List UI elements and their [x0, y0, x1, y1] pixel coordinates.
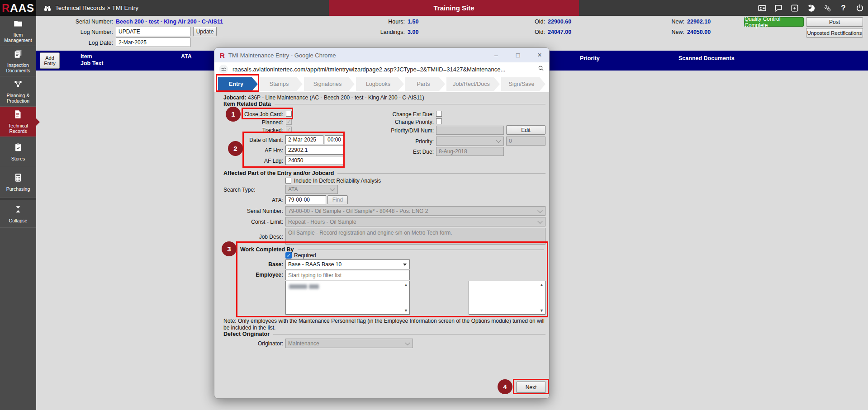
- column-header-item: Item: [81, 53, 92, 60]
- raas-favicon: R: [220, 52, 225, 59]
- collapse-icon: [13, 204, 23, 216]
- serial-number-value[interactable]: Beech 200 - test - King Air 200 - C-AIS1…: [116, 19, 223, 25]
- sidebar-item-item-management[interactable]: Item Management: [0, 16, 36, 46]
- include-defect-reliability-label: Include In Defect Reliability Analysis: [294, 178, 381, 184]
- hours-value: 1.50: [408, 19, 418, 25]
- annotation-box-next-button: [513, 379, 549, 394]
- sidebar-item-stores[interactable]: Stores: [0, 137, 36, 167]
- add-window-icon[interactable]: [790, 3, 799, 13]
- update-button[interactable]: Update: [193, 27, 217, 36]
- sidebar-item-technical-records[interactable]: Technical Records: [0, 107, 36, 137]
- tab-logbooks[interactable]: Logbooks: [356, 77, 404, 91]
- log-date-input[interactable]: [116, 38, 190, 47]
- log-date-label: Log Date:: [27, 40, 113, 46]
- environment-banner: Training Site: [329, 0, 579, 16]
- tab-signatories[interactable]: Signatories: [304, 77, 355, 91]
- priority-count-field: 0: [506, 137, 545, 146]
- sidebar-item-purchasing[interactable]: Purchasing: [0, 167, 36, 198]
- column-header-priority: Priority: [580, 55, 600, 61]
- landings-label: Landings:: [360, 29, 405, 35]
- section-defect-originator: Defect Originator: [223, 331, 545, 337]
- dialog-title: TMI Maintenance Entry - Google Chrome: [228, 52, 336, 59]
- power-icon[interactable]: [855, 3, 864, 13]
- url-text[interactable]: raasais.aviationintertec.com/app/tmi/tmi…: [232, 66, 524, 73]
- annotation-circle-4: 4: [498, 379, 512, 394]
- post-button[interactable]: Post: [806, 17, 863, 27]
- search-type-label: Search Type:: [223, 187, 256, 193]
- change-est-due-checkbox[interactable]: [436, 111, 442, 117]
- add-entry-button[interactable]: AddEntry: [40, 52, 60, 69]
- annotation-circle-1: 1: [226, 107, 241, 122]
- old-hours-label: Old:: [516, 19, 545, 25]
- old-landings-value: 24047.00: [548, 29, 571, 35]
- network-icon: [13, 79, 23, 91]
- tab-stamps[interactable]: Stamps: [259, 77, 303, 91]
- include-defect-reliability-checkbox[interactable]: [285, 178, 291, 184]
- priority-dmi-num-input: [436, 126, 504, 135]
- new-hours-label: New:: [655, 19, 684, 25]
- annotation-box-maint-values: [242, 132, 345, 168]
- pie-chart-icon[interactable]: [806, 3, 816, 13]
- file-signature-icon: [13, 109, 23, 121]
- landings-value: 3.00: [408, 29, 418, 35]
- planned-checkbox: ✓: [286, 119, 292, 125]
- find-button[interactable]: Find: [327, 195, 348, 204]
- help-icon[interactable]: ?: [839, 3, 848, 13]
- unposted-rectifications-button[interactable]: Unposted Rectifications: [806, 28, 863, 38]
- annotation-box-entry-tab: [216, 74, 259, 92]
- affected-serial-number-select: 79-00-00 - Oil Sample - Oil Sample* - 80…: [285, 206, 545, 216]
- annotation-circle-2: 2: [228, 141, 243, 156]
- change-est-due-label: Change Est Due:: [359, 111, 434, 118]
- section-item-related-data: Item Related Data: [223, 101, 545, 107]
- section-affected-part: Affected Part of the Entry and/or Jobcar…: [223, 170, 545, 176]
- wizard-tabs: Entry Stamps Signatories Logbooks Parts …: [214, 76, 549, 92]
- tab-sign-save[interactable]: Sign/Save: [501, 77, 545, 91]
- priority-select: [436, 137, 504, 146]
- settings-gears-icon[interactable]: [822, 3, 832, 13]
- jobcard-line: Jobcard: 436P - Line Maintenance (AC - B…: [223, 94, 424, 101]
- column-header-scanned-documents: Scanned Documents: [678, 55, 735, 61]
- sidebar: Item Management Inspection Documents Pla…: [0, 16, 36, 410]
- search-icon[interactable]: [537, 65, 545, 74]
- est-due-label: Est Due:: [359, 149, 434, 155]
- originator-label: Originator:: [219, 340, 283, 347]
- application-window: RAAS Technical Records > TMI Entry Train…: [0, 0, 868, 410]
- dialog-title-bar[interactable]: R TMI Maintenance Entry - Google Chrome …: [214, 48, 549, 62]
- maximize-icon[interactable]: □: [511, 48, 525, 62]
- priority-dmi-num-label: Priority/DMI Num:: [359, 127, 434, 134]
- originator-select: Maintenance: [285, 339, 413, 348]
- search-type-select: ATA: [285, 185, 338, 194]
- sidebar-item-collapse[interactable]: Collapse: [0, 198, 36, 228]
- chat-icon[interactable]: [773, 3, 783, 13]
- ata-label: ATA:: [219, 197, 283, 203]
- change-priority-checkbox[interactable]: [436, 118, 442, 124]
- sidebar-item-inspection-documents[interactable]: Inspection Documents: [0, 46, 36, 76]
- const-limit-label: Const - Limit:: [219, 219, 283, 225]
- documents-icon: [13, 49, 23, 61]
- sidebar-item-planning-production[interactable]: Planning & Production: [0, 76, 36, 107]
- tab-parts[interactable]: Parts: [405, 77, 445, 91]
- site-settings-icon[interactable]: [219, 65, 228, 74]
- est-due-input: 8-Aug-2018: [436, 147, 504, 156]
- annotation-box-close-job-card: [242, 108, 293, 119]
- minimize-icon[interactable]: –: [489, 48, 503, 62]
- serial-number-label: Serial Number:: [27, 19, 113, 25]
- new-landings-value: 24050.00: [687, 29, 711, 35]
- log-number-input[interactable]: [116, 27, 190, 36]
- top-bar: RAAS Technical Records > TMI Entry Train…: [0, 0, 868, 16]
- quality-control-complete-button[interactable]: Quality Control Complete: [744, 17, 804, 27]
- new-hours-value: 22902.10: [687, 19, 711, 25]
- ata-input[interactable]: [285, 195, 326, 204]
- change-priority-label: Change Priority:: [359, 119, 434, 125]
- log-number-label: Log Number:: [27, 29, 113, 35]
- maintenance-personnel-note: Note: Only employees with the Maintenanc…: [223, 318, 546, 331]
- folder-icon: [13, 19, 23, 30]
- dialog-url-bar[interactable]: raasais.aviationintertec.com/app/tmi/tmi…: [214, 62, 549, 76]
- old-hours-value: 22900.60: [548, 19, 571, 25]
- close-icon[interactable]: ×: [533, 48, 546, 62]
- annotation-circle-3: 3: [222, 241, 237, 256]
- edit-button[interactable]: Edit: [506, 125, 545, 135]
- id-badge-icon[interactable]: [757, 3, 767, 13]
- raas-logo[interactable]: RAAS: [0, 0, 36, 16]
- tab-job-rect-docs[interactable]: Job/Rect/Docs: [446, 77, 500, 91]
